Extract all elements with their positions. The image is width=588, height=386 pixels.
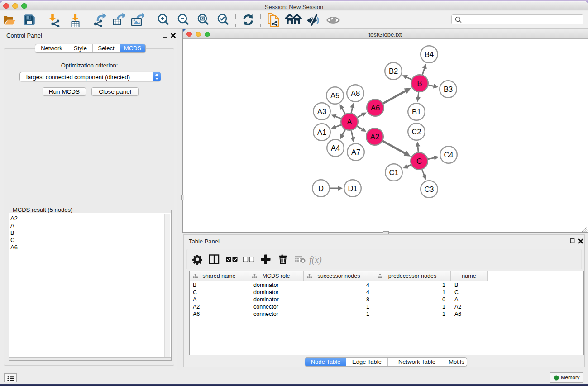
svg-text:D: D bbox=[318, 184, 324, 192]
svg-text:A1: A1 bbox=[317, 128, 326, 136]
svg-text:A2: A2 bbox=[370, 133, 379, 141]
svg-text:A7: A7 bbox=[351, 148, 360, 156]
svg-text:B2: B2 bbox=[389, 67, 398, 75]
svg-text:B: B bbox=[417, 79, 422, 87]
svg-text:A: A bbox=[347, 118, 352, 126]
svg-text:C2: C2 bbox=[411, 128, 421, 136]
svg-text:D1: D1 bbox=[348, 184, 357, 192]
svg-text:A4: A4 bbox=[331, 144, 340, 152]
svg-text:B1: B1 bbox=[412, 108, 421, 116]
svg-text:A5: A5 bbox=[330, 91, 339, 100]
svg-text:A8: A8 bbox=[351, 89, 360, 97]
svg-text:C4: C4 bbox=[444, 151, 453, 159]
svg-text:B3: B3 bbox=[444, 85, 453, 93]
svg-text:C: C bbox=[416, 157, 422, 165]
svg-text:A6: A6 bbox=[371, 104, 380, 112]
svg-text:C3: C3 bbox=[424, 185, 434, 193]
svg-text:A3: A3 bbox=[317, 107, 326, 115]
svg-text:B4: B4 bbox=[425, 50, 434, 58]
svg-text:C1: C1 bbox=[389, 168, 398, 176]
